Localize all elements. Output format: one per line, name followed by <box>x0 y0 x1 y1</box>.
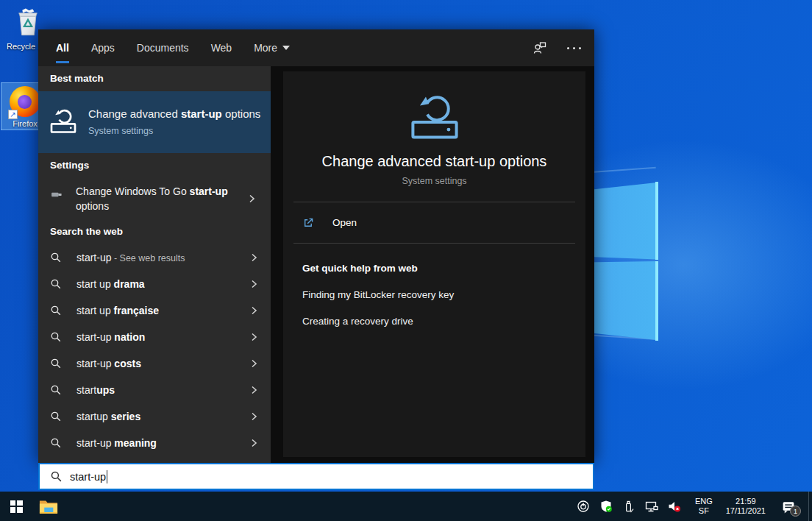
web-suggestion-text: start-up nation <box>76 331 249 343</box>
section-header-best-match: Best match <box>38 66 271 91</box>
open-label: Open <box>332 217 357 228</box>
web-suggestion-text: start up française <box>76 305 249 316</box>
clock-time: 21:59 <box>726 497 766 506</box>
taskbar-clock[interactable]: 21:59 17/11/2021 <box>726 497 766 516</box>
volume-muted-tray-icon[interactable] <box>667 497 682 515</box>
web-suggestion-row[interactable]: startup series <box>38 403 271 430</box>
taskbar: ENG SF 21:59 17/11/2021 1 <box>0 492 812 521</box>
user-account-button[interactable] <box>532 40 548 55</box>
power-tray-icon[interactable] <box>576 497 591 515</box>
web-suggestion-row[interactable]: start up française <box>38 297 271 324</box>
system-tray <box>576 497 682 515</box>
windows-logo-icon <box>10 500 23 513</box>
keyboard-code: SF <box>695 506 713 516</box>
search-icon <box>50 252 62 263</box>
windows-search-panel: All Apps Documents Web More <box>38 29 594 464</box>
chevron-right-icon[interactable] <box>249 332 259 342</box>
chevron-right-icon[interactable] <box>249 438 259 448</box>
web-suggestion-text: startups <box>76 384 249 396</box>
open-icon <box>302 216 315 229</box>
preview-subtitle: System settings <box>283 176 585 186</box>
ellipsis-icon <box>567 47 581 49</box>
search-icon <box>50 384 62 396</box>
settings-result[interactable]: Change Windows To Go start-up options <box>38 178 271 219</box>
help-link[interactable]: Finding my BitLocker recovery key <box>302 289 566 300</box>
start-button[interactable] <box>0 492 32 521</box>
show-desktop-button[interactable] <box>808 492 812 521</box>
file-explorer-button[interactable] <box>32 492 65 521</box>
chevron-right-icon[interactable] <box>246 194 257 204</box>
search-icon <box>50 305 62 316</box>
chevron-right-icon[interactable] <box>249 252 259 263</box>
tab-web[interactable]: Web <box>211 29 232 66</box>
web-suggestion-text: start-up - See web results <box>76 252 249 263</box>
search-icon <box>50 437 62 449</box>
tab-all[interactable]: All <box>56 29 69 66</box>
web-suggestion-text: start-up meaning <box>76 437 249 449</box>
web-suggestion-row[interactable]: start-up meaning <box>38 430 271 456</box>
tab-label: More <box>254 42 277 54</box>
chevron-right-icon[interactable] <box>249 279 259 289</box>
user-account-icon <box>532 40 548 55</box>
language-code: ENG <box>695 497 713 506</box>
notification-badge: 1 <box>790 506 801 517</box>
tab-apps[interactable]: Apps <box>91 29 115 66</box>
search-icon <box>50 411 62 422</box>
web-suggestions: start-up - See web results start up dram… <box>38 244 271 456</box>
search-icon <box>50 331 62 343</box>
search-filter-tabs: All Apps Documents Web More <box>38 29 594 66</box>
firefox-icon <box>71 497 91 517</box>
language-indicator[interactable]: ENG SF <box>695 497 713 516</box>
tab-documents[interactable]: Documents <box>137 29 189 66</box>
web-suggestion-row[interactable]: start up drama <box>38 271 271 297</box>
divider <box>293 243 575 244</box>
chevron-right-icon[interactable] <box>249 305 259 316</box>
web-suggestion-row[interactable]: start-up costs <box>38 350 271 377</box>
chevron-right-icon[interactable] <box>249 358 259 369</box>
tab-more[interactable]: More <box>254 29 290 66</box>
web-suggestion-row[interactable]: start-up - See web results <box>38 244 271 271</box>
more-options-button[interactable] <box>567 47 581 49</box>
search-icon <box>50 358 62 369</box>
text-cursor <box>107 470 107 483</box>
tab-label: Documents <box>137 42 189 54</box>
settings-result-title: Change Windows To Go start-up options <box>76 184 246 213</box>
help-section-header: Get quick help from web <box>302 263 566 274</box>
best-match-subtitle: System settings <box>88 124 262 138</box>
open-action[interactable]: Open <box>283 202 585 243</box>
tab-label: Web <box>211 42 232 54</box>
help-links: Finding my BitLocker recovery key Creati… <box>283 289 585 327</box>
best-match-title: Change advanced start-up options <box>88 107 262 121</box>
safely-remove-hardware-tray-icon[interactable] <box>622 497 636 515</box>
search-results-list: Best match Change advanced start-up opti… <box>38 66 271 464</box>
advanced-startup-icon-large <box>407 91 462 141</box>
windows-security-tray-icon[interactable] <box>599 497 613 515</box>
web-suggestion-text: startup series <box>76 411 249 422</box>
shortcut-arrow-icon: ↗ <box>8 110 18 119</box>
help-link[interactable]: Creating a recovery drive <box>302 316 566 327</box>
preview-title: Change advanced start-up options <box>283 153 585 170</box>
network-tray-icon[interactable] <box>644 497 659 515</box>
taskbar-search-input[interactable]: start-up <box>38 463 594 490</box>
search-icon <box>50 278 62 290</box>
firefox-taskbar-button[interactable] <box>65 492 97 521</box>
result-preview-panel: Change advanced start-up options System … <box>283 71 585 457</box>
section-header-search-web: Search the web <box>38 219 271 244</box>
windows-logo-edge <box>655 182 658 260</box>
action-center-button[interactable]: 1 <box>777 496 799 517</box>
web-suggestion-row[interactable]: start-up nation <box>38 324 271 350</box>
tab-label: All <box>56 42 69 54</box>
chevron-right-icon[interactable] <box>249 411 259 422</box>
usb-drive-icon <box>50 188 63 200</box>
file-explorer-icon <box>38 498 59 515</box>
web-suggestion-row[interactable]: startups <box>38 377 271 403</box>
section-header-settings: Settings <box>38 153 271 178</box>
chevron-right-icon[interactable] <box>249 385 259 395</box>
chevron-down-icon <box>282 46 290 50</box>
search-icon <box>50 470 63 483</box>
best-match-result[interactable]: Change advanced start-up options System … <box>38 91 271 153</box>
search-input-value: start-up <box>70 471 106 483</box>
web-suggestion-text: start up drama <box>76 278 249 290</box>
web-suggestion-text: start-up costs <box>76 358 249 369</box>
windows-logo-edge <box>655 261 658 341</box>
